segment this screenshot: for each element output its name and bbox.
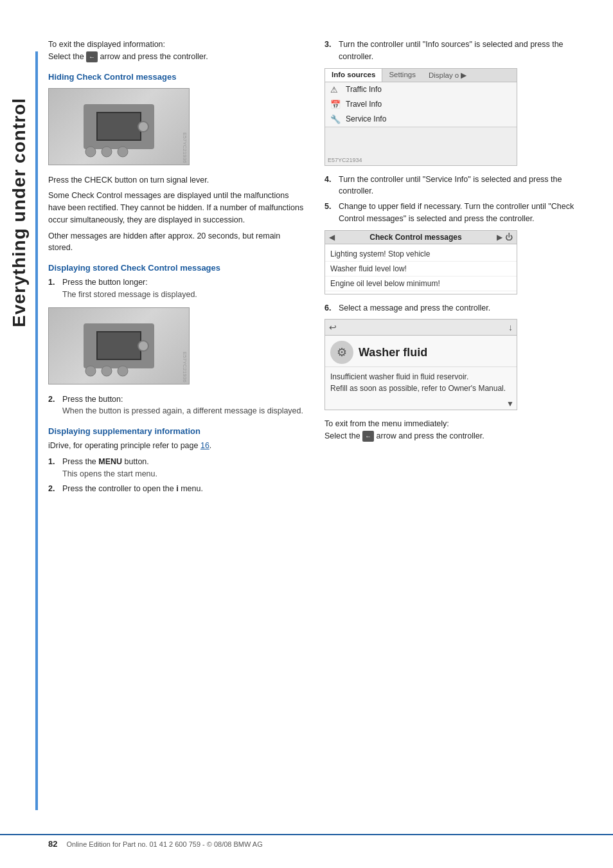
wf-header: ↩ ↓ (325, 320, 517, 336)
image-tag-2: E57YC21936 (182, 352, 188, 383)
device-button-1 (138, 121, 149, 132)
wf-scroll: ▼ (325, 398, 517, 410)
intro-exit: To exit the displayed information: Selec… (48, 39, 305, 63)
wf-back-arrow[interactable]: ↩ (329, 322, 337, 332)
step1: 1. Press the button longer: The first st… (48, 276, 305, 301)
right-step6: 6. Select a message and press the contro… (324, 302, 582, 314)
back-arrow-symbol: ← (86, 51, 98, 62)
svg-point-1 (102, 147, 112, 157)
tab-display[interactable]: Display o ▶ (422, 69, 474, 82)
info-row-travel: 📅 Travel Info (325, 97, 517, 112)
sidebar-title: Everything under control (0, 51, 39, 373)
cc-title: Check Control messages (337, 233, 494, 242)
svg-point-3 (85, 366, 96, 376)
cc-right-arrow: ▶ (497, 233, 502, 242)
left-column: To exit the displayed information: Selec… (48, 39, 305, 498)
menu-label: MENU (98, 457, 122, 466)
washer-fluid-box: ↩ ↓ ⚙ Washer fluid Insufficient washer f… (324, 319, 517, 410)
service-info-icon: 🔧 (330, 114, 342, 124)
device-inner-1 (84, 104, 154, 149)
device-screen-2 (96, 331, 141, 360)
section2-heading: Displaying stored Check Control messages (48, 263, 305, 273)
right-step4: 4. Turn the controller until "Service In… (324, 174, 582, 198)
wf-title: Washer fluid (359, 346, 427, 359)
section3-body: iDrive, for operating principle refer to… (48, 440, 305, 452)
check-control-box: ◀ Check Control messages ▶ ⏻ Lighting sy… (324, 230, 517, 294)
right-step3: 3. Turn the controller until "Info sourc… (324, 39, 582, 63)
cc-item-3[interactable]: Engine oil level below minimum! (325, 276, 517, 291)
page-footer: 82 Online Edition for Part no. 01 41 2 6… (0, 834, 613, 849)
page-number: 82 (48, 839, 57, 849)
svg-point-5 (118, 366, 128, 376)
cc-body: Lighting system! Stop vehicle Washer flu… (325, 244, 517, 294)
wf-download-arrow: ↓ (508, 322, 513, 332)
cc-left-arrow: ◀ (329, 233, 335, 242)
info-sources-screenshot: Info sources Settings Display o ▶ ⚠ Traf… (324, 68, 517, 166)
exit-text: To exit from the menu immediately: Selec… (324, 418, 582, 442)
cc-power: ⏻ (505, 233, 513, 242)
i-menu-icon: i (176, 484, 178, 493)
travel-info-icon: 📅 (330, 100, 342, 109)
section1-body2: Some Check Control messages are displaye… (48, 190, 305, 226)
info-row-service: 🔧 Service Info (325, 112, 517, 127)
device-screen-1 (96, 112, 141, 141)
step3: 1. Press the MENU button. This opens the… (48, 456, 305, 480)
footer-text: Online Edition for Part no. 01 41 2 600 … (66, 840, 262, 848)
page-link-16[interactable]: 16 (200, 441, 209, 450)
info-row-traffic: ⚠ Traffic Info (325, 82, 517, 97)
svg-point-2 (118, 147, 128, 157)
wf-scroll-arrow: ▼ (506, 399, 514, 408)
traffic-info-icon: ⚠ (330, 85, 342, 95)
section1-heading: Hiding Check Control messages (48, 72, 305, 82)
device-image-1: E57YC21936 (48, 88, 190, 165)
screenshot-footer-1: E57YC21934 (325, 127, 517, 165)
wf-body: Insufficient washer fluid in fluid reser… (325, 367, 517, 398)
right-column: 3. Turn the controller until "Info sourc… (324, 39, 582, 498)
section3-heading: Displaying supplementary information (48, 426, 305, 436)
travel-info-label: Travel Info (346, 100, 382, 109)
service-info-label: Service Info (346, 114, 386, 123)
device-inner-2 (84, 323, 154, 368)
wf-icon: ⚙ (330, 341, 353, 364)
step2: 2. Press the button: When the button is … (48, 393, 305, 418)
svg-point-4 (102, 366, 112, 376)
right-step5: 5. Change to upper field if necessary. T… (324, 201, 582, 225)
image-tag-1: E57YC21936 (182, 132, 188, 163)
section1-body3: Other messages are hidden after approx. … (48, 230, 305, 255)
cc-header: ◀ Check Control messages ▶ ⏻ (325, 231, 517, 244)
device-dials-2 (81, 365, 132, 377)
cc-item-1[interactable]: Lighting system! Stop vehicle (325, 247, 517, 262)
device-dials (81, 145, 132, 158)
device-button-2 (138, 340, 149, 352)
tab-settings[interactable]: Settings (382, 69, 422, 82)
screenshot-tabs: Info sources Settings Display o ▶ (325, 69, 517, 82)
tab-info-sources[interactable]: Info sources (325, 69, 382, 82)
screenshot-tag-1: E57YC21934 (328, 157, 362, 163)
step4: 2. Press the controller to open the i me… (48, 483, 305, 495)
traffic-info-label: Traffic Info (346, 85, 382, 94)
exit-back-arrow: ← (362, 431, 374, 442)
device-image-2: E57YC21936 (48, 307, 190, 384)
wf-title-row: ⚙ Washer fluid (325, 336, 517, 367)
svg-point-0 (85, 147, 96, 157)
cc-item-2[interactable]: Washer fluid level low! (325, 262, 517, 276)
section1-body1: Press the CHECK button on turn signal le… (48, 174, 305, 186)
